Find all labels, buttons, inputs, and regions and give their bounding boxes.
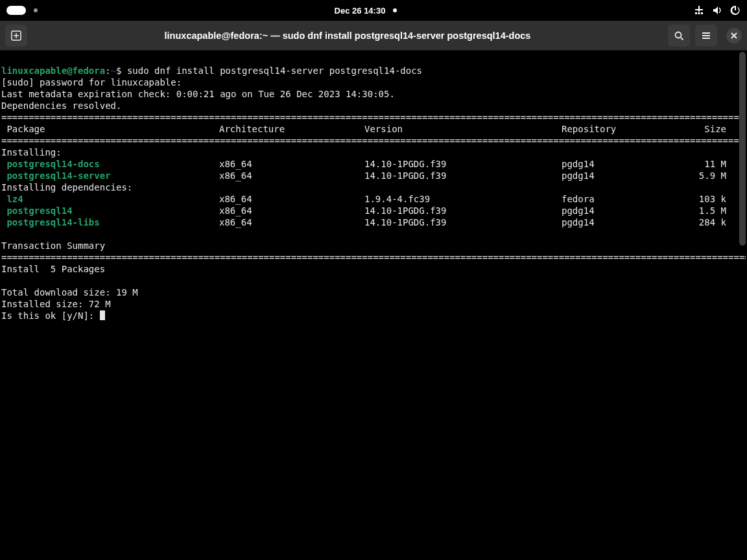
power-icon[interactable]: [730, 5, 741, 16]
table-header: PackageArchitectureVersionRepositorySize: [1, 123, 746, 135]
table-row: postgresql14x86_6414.10-1PGDG.f39pgdg141…: [1, 205, 746, 216]
plus-icon: [11, 30, 21, 41]
installing-label: Installing:: [1, 147, 62, 158]
prompt-userhost: linuxcapable@fedora: [1, 65, 105, 76]
close-icon: [731, 32, 737, 39]
gnome-topbar: Dec 26 14:30: [0, 0, 747, 21]
table-row: postgresql14-serverx86_6414.10-1PGDG.f39…: [1, 170, 746, 181]
prompt-cwd: ~: [111, 65, 116, 76]
network-icon[interactable]: [694, 5, 704, 16]
command-text: sudo dnf install postgresql14-server pos…: [127, 65, 422, 76]
metadata-line: Last metadata expiration check: 0:00:21 …: [1, 89, 395, 99]
activities-area[interactable]: [6, 6, 38, 15]
window-title: linuxcapable@fedora:~ — sudo dnf install…: [32, 30, 663, 41]
table-row: postgresql14-libsx86_6414.10-1PGDG.f39pg…: [1, 216, 746, 228]
installed-size: Installed size: 72 M: [1, 299, 111, 309]
new-tab-button[interactable]: [5, 25, 27, 47]
table-row: postgresql14-docsx86_6414.10-1PGDG.f39pg…: [1, 158, 746, 170]
clock-text: Dec 26 14:30: [335, 6, 386, 16]
sudo-line: [sudo] password for linuxcapable:: [1, 77, 182, 88]
search-icon: [674, 30, 684, 41]
download-size: Total download size: 19 M: [1, 287, 138, 298]
terminal-titlebar: linuxcapable@fedora:~ — sudo dnf install…: [0, 21, 747, 51]
menu-button[interactable]: [695, 25, 717, 47]
installing-deps-label: Installing dependencies:: [1, 182, 132, 192]
volume-icon[interactable]: [712, 5, 722, 16]
install-count: Install 5 Packages: [1, 264, 105, 274]
activities-pill-icon: [6, 6, 26, 15]
scrollbar-thumb[interactable]: [739, 52, 746, 246]
table-row: lz4x86_641.9.4-4.fc39fedora103 k: [1, 193, 746, 205]
close-button[interactable]: [726, 28, 742, 43]
svg-point-1: [676, 32, 682, 38]
terminal-output[interactable]: linuxcapable@fedora:~$ sudo dnf install …: [0, 51, 747, 560]
cursor-icon: [100, 310, 105, 320]
rule-line: ========================================…: [1, 111, 746, 123]
search-button[interactable]: [668, 25, 690, 47]
clock-area[interactable]: Dec 26 14:30: [335, 6, 397, 16]
confirm-prompt: Is this ok [y/N]:: [1, 310, 100, 321]
tx-summary-label: Transaction Summary: [1, 240, 105, 251]
resolved-line: Dependencies resolved.: [1, 100, 121, 111]
workspace-dot-icon: [34, 8, 38, 12]
rule-line: ========================================…: [1, 135, 746, 146]
notification-dot-icon: [393, 8, 397, 12]
rule-line: ========================================…: [1, 251, 746, 263]
hamburger-icon: [701, 30, 711, 41]
